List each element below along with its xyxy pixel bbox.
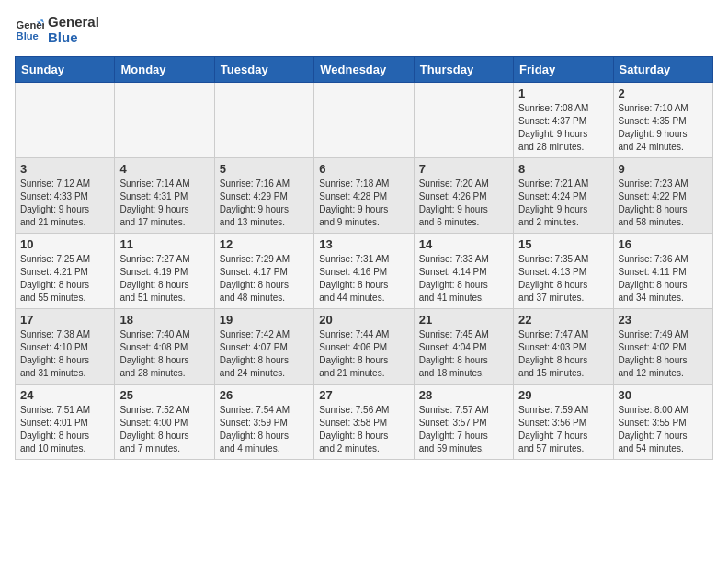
day-info: Sunrise: 7:49 AM Sunset: 4:02 PM Dayligh… bbox=[619, 328, 708, 380]
calendar-cell bbox=[314, 83, 414, 158]
day-info: Sunrise: 8:00 AM Sunset: 3:55 PM Dayligh… bbox=[619, 404, 708, 455]
calendar-cell: 9Sunrise: 7:23 AM Sunset: 4:22 PM Daylig… bbox=[613, 158, 712, 234]
day-number: 2 bbox=[619, 86, 708, 100]
weekday-header-row: SundayMondayTuesdayWednesdayThursdayFrid… bbox=[16, 57, 713, 83]
day-number: 25 bbox=[119, 388, 209, 402]
day-number: 24 bbox=[20, 388, 109, 402]
calendar-week-3: 10Sunrise: 7:25 AM Sunset: 4:21 PM Dayli… bbox=[16, 234, 713, 309]
day-info: Sunrise: 7:33 AM Sunset: 4:14 PM Dayligh… bbox=[419, 253, 508, 304]
day-number: 15 bbox=[518, 237, 608, 251]
day-number: 8 bbox=[518, 162, 608, 176]
weekday-header-thursday: Thursday bbox=[414, 57, 513, 83]
calendar-week-2: 3Sunrise: 7:12 AM Sunset: 4:33 PM Daylig… bbox=[16, 158, 713, 234]
calendar-cell: 8Sunrise: 7:21 AM Sunset: 4:24 PM Daylig… bbox=[514, 158, 613, 234]
weekday-header-wednesday: Wednesday bbox=[314, 57, 414, 83]
calendar-cell: 1Sunrise: 7:08 AM Sunset: 4:37 PM Daylig… bbox=[514, 83, 613, 158]
day-info: Sunrise: 7:23 AM Sunset: 4:22 PM Dayligh… bbox=[619, 178, 708, 229]
day-number: 23 bbox=[619, 313, 708, 327]
day-number: 5 bbox=[220, 162, 309, 176]
day-info: Sunrise: 7:18 AM Sunset: 4:28 PM Dayligh… bbox=[319, 178, 408, 229]
logo: General Blue General Blue bbox=[15, 15, 99, 45]
day-info: Sunrise: 7:40 AM Sunset: 4:08 PM Dayligh… bbox=[119, 328, 209, 380]
day-number: 27 bbox=[319, 388, 408, 402]
calendar-cell: 3Sunrise: 7:12 AM Sunset: 4:33 PM Daylig… bbox=[16, 158, 115, 234]
calendar-cell: 13Sunrise: 7:31 AM Sunset: 4:16 PM Dayli… bbox=[314, 234, 414, 309]
calendar-cell: 23Sunrise: 7:49 AM Sunset: 4:02 PM Dayli… bbox=[613, 309, 712, 385]
calendar-cell: 16Sunrise: 7:36 AM Sunset: 4:11 PM Dayli… bbox=[613, 234, 712, 309]
day-number: 4 bbox=[119, 162, 209, 176]
day-info: Sunrise: 7:38 AM Sunset: 4:10 PM Dayligh… bbox=[20, 328, 109, 380]
day-number: 22 bbox=[518, 313, 608, 327]
logo-text-blue: Blue bbox=[48, 30, 99, 46]
calendar-cell: 15Sunrise: 7:35 AM Sunset: 4:13 PM Dayli… bbox=[514, 234, 613, 309]
day-number: 13 bbox=[319, 237, 408, 251]
weekday-header-saturday: Saturday bbox=[613, 57, 712, 83]
calendar-cell: 2Sunrise: 7:10 AM Sunset: 4:35 PM Daylig… bbox=[613, 83, 712, 158]
calendar-cell: 10Sunrise: 7:25 AM Sunset: 4:21 PM Dayli… bbox=[16, 234, 115, 309]
calendar-cell: 25Sunrise: 7:52 AM Sunset: 4:00 PM Dayli… bbox=[115, 385, 214, 460]
calendar-cell: 26Sunrise: 7:54 AM Sunset: 3:59 PM Dayli… bbox=[214, 385, 313, 460]
logo-text-general: General bbox=[48, 15, 99, 30]
calendar-cell: 21Sunrise: 7:45 AM Sunset: 4:04 PM Dayli… bbox=[414, 309, 513, 385]
day-number: 26 bbox=[220, 388, 309, 402]
day-info: Sunrise: 7:45 AM Sunset: 4:04 PM Dayligh… bbox=[419, 328, 508, 380]
day-number: 10 bbox=[20, 237, 109, 251]
day-number: 18 bbox=[119, 313, 209, 327]
day-number: 21 bbox=[419, 313, 508, 327]
weekday-header-sunday: Sunday bbox=[16, 57, 115, 83]
logo-icon: General Blue bbox=[15, 16, 44, 45]
day-info: Sunrise: 7:31 AM Sunset: 4:16 PM Dayligh… bbox=[319, 253, 408, 304]
calendar-cell: 14Sunrise: 7:33 AM Sunset: 4:14 PM Dayli… bbox=[414, 234, 513, 309]
calendar-cell: 12Sunrise: 7:29 AM Sunset: 4:17 PM Dayli… bbox=[214, 234, 313, 309]
calendar-cell bbox=[115, 83, 214, 158]
day-info: Sunrise: 7:12 AM Sunset: 4:33 PM Dayligh… bbox=[20, 178, 109, 229]
day-info: Sunrise: 7:56 AM Sunset: 3:58 PM Dayligh… bbox=[319, 404, 408, 455]
calendar-cell bbox=[16, 83, 115, 158]
day-info: Sunrise: 7:59 AM Sunset: 3:56 PM Dayligh… bbox=[518, 404, 608, 455]
header: General Blue General Blue bbox=[15, 15, 713, 45]
calendar-cell: 11Sunrise: 7:27 AM Sunset: 4:19 PM Dayli… bbox=[115, 234, 214, 309]
calendar-table: SundayMondayTuesdayWednesdayThursdayFrid… bbox=[15, 56, 713, 460]
day-info: Sunrise: 7:44 AM Sunset: 4:06 PM Dayligh… bbox=[319, 328, 408, 380]
day-info: Sunrise: 7:52 AM Sunset: 4:00 PM Dayligh… bbox=[119, 404, 209, 455]
calendar-cell: 28Sunrise: 7:57 AM Sunset: 3:57 PM Dayli… bbox=[414, 385, 513, 460]
day-number: 29 bbox=[518, 388, 608, 402]
day-number: 9 bbox=[619, 162, 708, 176]
calendar-cell: 5Sunrise: 7:16 AM Sunset: 4:29 PM Daylig… bbox=[214, 158, 313, 234]
day-number: 1 bbox=[518, 86, 608, 100]
day-info: Sunrise: 7:27 AM Sunset: 4:19 PM Dayligh… bbox=[119, 253, 209, 304]
day-number: 28 bbox=[419, 388, 508, 402]
calendar-cell: 18Sunrise: 7:40 AM Sunset: 4:08 PM Dayli… bbox=[115, 309, 214, 385]
day-number: 3 bbox=[20, 162, 109, 176]
calendar-cell: 20Sunrise: 7:44 AM Sunset: 4:06 PM Dayli… bbox=[314, 309, 414, 385]
day-info: Sunrise: 7:35 AM Sunset: 4:13 PM Dayligh… bbox=[518, 253, 608, 304]
calendar-cell: 4Sunrise: 7:14 AM Sunset: 4:31 PM Daylig… bbox=[115, 158, 214, 234]
day-info: Sunrise: 7:42 AM Sunset: 4:07 PM Dayligh… bbox=[220, 328, 309, 380]
day-number: 7 bbox=[419, 162, 508, 176]
day-info: Sunrise: 7:25 AM Sunset: 4:21 PM Dayligh… bbox=[20, 253, 109, 304]
day-number: 30 bbox=[619, 388, 708, 402]
calendar-cell bbox=[214, 83, 313, 158]
calendar-cell: 6Sunrise: 7:18 AM Sunset: 4:28 PM Daylig… bbox=[314, 158, 414, 234]
day-info: Sunrise: 7:10 AM Sunset: 4:35 PM Dayligh… bbox=[619, 102, 708, 154]
svg-text:Blue: Blue bbox=[17, 29, 39, 40]
calendar-cell: 19Sunrise: 7:42 AM Sunset: 4:07 PM Dayli… bbox=[214, 309, 313, 385]
day-number: 17 bbox=[20, 313, 109, 327]
day-info: Sunrise: 7:16 AM Sunset: 4:29 PM Dayligh… bbox=[220, 178, 309, 229]
weekday-header-tuesday: Tuesday bbox=[214, 57, 313, 83]
day-info: Sunrise: 7:57 AM Sunset: 3:57 PM Dayligh… bbox=[419, 404, 508, 455]
calendar-cell: 27Sunrise: 7:56 AM Sunset: 3:58 PM Dayli… bbox=[314, 385, 414, 460]
weekday-header-monday: Monday bbox=[115, 57, 214, 83]
day-info: Sunrise: 7:08 AM Sunset: 4:37 PM Dayligh… bbox=[518, 102, 608, 154]
day-info: Sunrise: 7:20 AM Sunset: 4:26 PM Dayligh… bbox=[419, 178, 508, 229]
day-number: 6 bbox=[319, 162, 408, 176]
calendar-cell: 7Sunrise: 7:20 AM Sunset: 4:26 PM Daylig… bbox=[414, 158, 513, 234]
svg-text:General: General bbox=[17, 19, 44, 30]
calendar-week-5: 24Sunrise: 7:51 AM Sunset: 4:01 PM Dayli… bbox=[16, 385, 713, 460]
day-number: 12 bbox=[220, 237, 309, 251]
day-info: Sunrise: 7:14 AM Sunset: 4:31 PM Dayligh… bbox=[119, 178, 209, 229]
calendar-week-4: 17Sunrise: 7:38 AM Sunset: 4:10 PM Dayli… bbox=[16, 309, 713, 385]
day-number: 14 bbox=[419, 237, 508, 251]
day-info: Sunrise: 7:51 AM Sunset: 4:01 PM Dayligh… bbox=[20, 404, 109, 455]
day-info: Sunrise: 7:47 AM Sunset: 4:03 PM Dayligh… bbox=[518, 328, 608, 380]
